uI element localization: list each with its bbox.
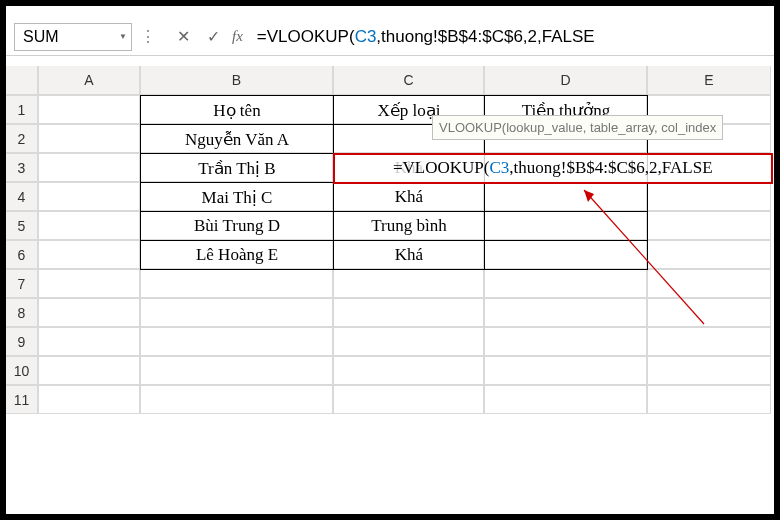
- row-header[interactable]: 8: [6, 298, 38, 327]
- row-header[interactable]: 1: [6, 95, 38, 124]
- cell[interactable]: [333, 385, 484, 414]
- row-header[interactable]: 3: [6, 153, 38, 182]
- row-header[interactable]: 4: [6, 182, 38, 211]
- cell[interactable]: [484, 298, 647, 327]
- cell[interactable]: [38, 95, 140, 124]
- cell[interactable]: [38, 124, 140, 153]
- cell[interactable]: [140, 153, 333, 182]
- cell[interactable]: [333, 356, 484, 385]
- cancel-button[interactable]: ✕: [168, 23, 198, 51]
- cell[interactable]: [647, 298, 771, 327]
- col-header[interactable]: A: [38, 66, 140, 95]
- row-header[interactable]: 2: [6, 124, 38, 153]
- sheet-area[interactable]: A B C D E 1 2 3 4 5 6 7 8 9 10 11 Họ tên…: [6, 66, 774, 414]
- cell[interactable]: [647, 124, 771, 153]
- row-header[interactable]: 7: [6, 269, 38, 298]
- row-header[interactable]: 5: [6, 211, 38, 240]
- cell[interactable]: [140, 124, 333, 153]
- row-header[interactable]: 9: [6, 327, 38, 356]
- cell[interactable]: [484, 240, 647, 269]
- confirm-button[interactable]: ✓: [198, 23, 228, 51]
- formula-input[interactable]: =VLOOKUP(C3,thuong!$B$4:$C$6,2,FALSE: [251, 23, 774, 51]
- cell[interactable]: [140, 182, 333, 211]
- cell[interactable]: [38, 153, 140, 182]
- select-all[interactable]: [6, 66, 38, 95]
- formula-bar: SUM ▼ ⋮ ✕ ✓ fx =VLOOKUP(C3,thuong!$B$4:$…: [6, 18, 774, 56]
- col-header[interactable]: E: [647, 66, 771, 95]
- formula-suffix: ,thuong!$B$4:$C$6,2,FALSE: [376, 27, 594, 47]
- fx-icon[interactable]: fx: [232, 28, 243, 45]
- cell[interactable]: [647, 269, 771, 298]
- cell[interactable]: [333, 124, 484, 153]
- cell[interactable]: [38, 356, 140, 385]
- cell[interactable]: [647, 356, 771, 385]
- cell[interactable]: [647, 182, 771, 211]
- cell[interactable]: [484, 124, 647, 153]
- row-header[interactable]: 6: [6, 240, 38, 269]
- name-box[interactable]: SUM ▼: [14, 23, 132, 51]
- cell[interactable]: [647, 327, 771, 356]
- cell[interactable]: [140, 95, 333, 124]
- formula-ref: C3: [355, 27, 377, 47]
- editor-dots-icon: ⋮: [138, 27, 158, 46]
- cell[interactable]: [484, 356, 647, 385]
- cell[interactable]: [333, 211, 484, 240]
- row-header[interactable]: 11: [6, 385, 38, 414]
- cell[interactable]: [484, 153, 647, 182]
- cell[interactable]: [38, 298, 140, 327]
- cell[interactable]: [38, 182, 140, 211]
- cell[interactable]: [647, 153, 771, 182]
- cell[interactable]: [140, 327, 333, 356]
- cell[interactable]: [140, 356, 333, 385]
- col-header[interactable]: C: [333, 66, 484, 95]
- cell[interactable]: [140, 298, 333, 327]
- cell[interactable]: [38, 327, 140, 356]
- cell[interactable]: [484, 95, 647, 124]
- cell[interactable]: [333, 298, 484, 327]
- formula-prefix: =VLOOKUP(: [257, 27, 355, 47]
- cell[interactable]: [484, 385, 647, 414]
- cell[interactable]: [333, 327, 484, 356]
- col-header[interactable]: B: [140, 66, 333, 95]
- cell[interactable]: [38, 269, 140, 298]
- cell[interactable]: [647, 385, 771, 414]
- cell[interactable]: [333, 182, 484, 211]
- cell[interactable]: [484, 211, 647, 240]
- cell[interactable]: [140, 240, 333, 269]
- cell[interactable]: [333, 269, 484, 298]
- cell[interactable]: [484, 327, 647, 356]
- cell[interactable]: [647, 240, 771, 269]
- col-header[interactable]: D: [484, 66, 647, 95]
- cell[interactable]: [484, 269, 647, 298]
- cell[interactable]: [333, 95, 484, 124]
- cell[interactable]: [140, 269, 333, 298]
- cell[interactable]: [38, 240, 140, 269]
- cell[interactable]: [333, 240, 484, 269]
- cell[interactable]: [38, 385, 140, 414]
- cell[interactable]: [484, 182, 647, 211]
- cell[interactable]: [647, 211, 771, 240]
- cell[interactable]: [38, 211, 140, 240]
- cell[interactable]: [140, 385, 333, 414]
- grid: A B C D E 1 2 3 4 5 6 7 8 9 10 11: [6, 66, 774, 414]
- cell[interactable]: [140, 211, 333, 240]
- chevron-down-icon[interactable]: ▼: [119, 32, 127, 41]
- cell[interactable]: [647, 95, 771, 124]
- row-header[interactable]: 10: [6, 356, 38, 385]
- name-box-value: SUM: [23, 28, 59, 46]
- cell[interactable]: [333, 153, 484, 182]
